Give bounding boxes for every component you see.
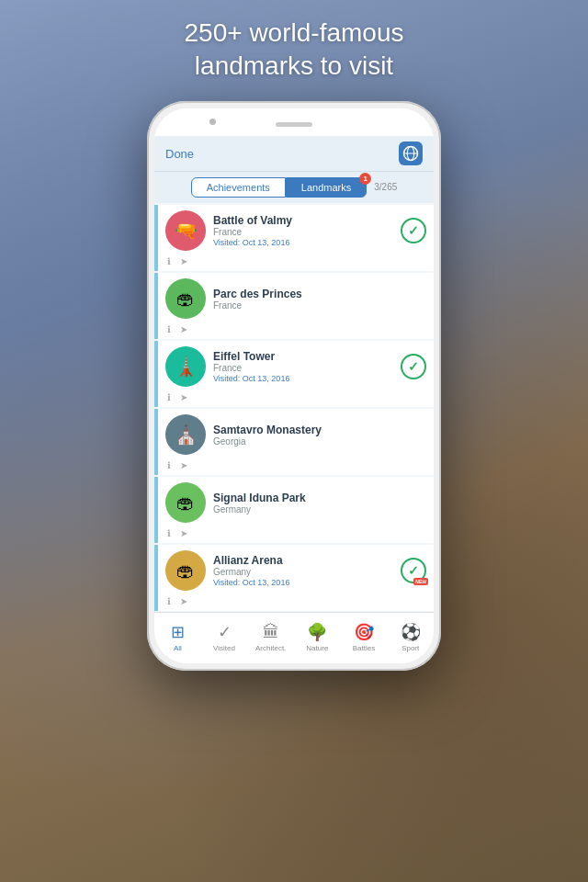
phone-status-bar (154, 108, 434, 136)
tab-icon-3: 🌳 (307, 622, 327, 642)
headline-line2: landmarks to visit (0, 50, 588, 83)
landmark-main-row: ⛪ Samtavro Monastery Georgia (158, 409, 434, 458)
info-icon[interactable]: ℹ (167, 256, 171, 266)
tab-achievements[interactable]: Achievements (191, 177, 286, 198)
count-label: 3/265 (367, 182, 397, 192)
tab-label-2: Architect. (255, 644, 286, 652)
landmark-name: Signal Iduna Park (213, 492, 393, 504)
landmark-actions: ℹ ➤ (158, 322, 434, 339)
landmark-item[interactable]: 🗼 Eiffel Tower France Visited: Oct 13, 2… (154, 341, 434, 407)
landmark-info: Signal Iduna Park Germany (213, 492, 393, 514)
navigate-icon[interactable]: ➤ (180, 528, 187, 538)
landmark-item[interactable]: 🔫 Battle of Valmy France Visited: Oct 13… (154, 205, 434, 271)
landmark-main-row: 🔫 Battle of Valmy France Visited: Oct 13… (158, 205, 434, 254)
landmark-main-row: 🏟 Signal Iduna Park Germany (158, 477, 434, 526)
bottom-tab-bar: ⊞ All ✓ Visited 🏛 Architect. 🌳 Nature 🎯 … (154, 612, 434, 663)
landmark-item[interactable]: 🏟 Parc des Princes France ℹ ➤ (154, 273, 434, 339)
tab-label-0: All (174, 644, 182, 652)
landmark-main-row: 🗼 Eiffel Tower France Visited: Oct 13, 2… (158, 341, 434, 390)
landmark-country: France (213, 363, 393, 373)
landmark-avatar: ⛪ (165, 414, 206, 455)
visited-date: Visited: Oct 13, 2016 (213, 578, 393, 587)
landmark-avatar: 🏟 (165, 482, 206, 523)
landmark-main-row: 🏟 Parc des Princes France (158, 273, 434, 322)
landmark-name: Parc des Princes (213, 288, 393, 300)
landmark-country: Germany (213, 504, 393, 514)
tab-label-3: Nature (306, 644, 328, 652)
bottom-tab-visited[interactable]: ✓ Visited (201, 622, 248, 652)
landmark-actions: ℹ ➤ (158, 526, 434, 543)
visited-date: Visited: Oct 13, 2016 (213, 374, 393, 383)
tab-icon-5: ⚽ (401, 622, 421, 642)
bottom-tab-all[interactable]: ⊞ All (154, 622, 201, 652)
tab-icon-0: ⊞ (171, 622, 185, 642)
landmark-info: Parc des Princes France (213, 288, 393, 311)
landmark-country: Georgia (213, 436, 393, 447)
navigate-icon[interactable]: ➤ (180, 596, 187, 606)
check-placeholder (401, 422, 426, 447)
done-button[interactable]: Done (165, 147, 194, 161)
landmark-item[interactable]: 🏟 Allianz Arena Germany Visited: Oct 13,… (154, 545, 434, 611)
check-circle (401, 218, 426, 243)
landmark-info: Allianz Arena Germany Visited: Oct 13, 2… (213, 554, 393, 587)
nav-bar: Done (154, 136, 434, 172)
tab-label-5: Sport (401, 644, 419, 652)
landmark-info: Battle of Valmy France Visited: Oct 13, … (213, 214, 393, 247)
visited-date: Visited: Oct 13, 2016 (213, 238, 393, 247)
phone-frame: Done Achievements Landmarks 1 (147, 101, 441, 671)
tab-segment: Achievements Landmarks 1 (191, 172, 368, 201)
landmark-actions: ℹ ➤ (158, 390, 434, 407)
info-icon[interactable]: ℹ (167, 596, 171, 606)
landmark-name: Battle of Valmy (213, 214, 393, 227)
tab-icon-4: 🎯 (354, 622, 374, 642)
phone-speaker (276, 122, 312, 127)
landmark-item[interactable]: ⛪ Samtavro Monastery Georgia ℹ ➤ (154, 409, 434, 475)
landmark-avatar: 🏟 (165, 550, 206, 591)
headline-line1: 250+ world-famous (0, 17, 588, 50)
landmark-actions: ℹ ➤ (158, 254, 434, 271)
segment-row: Achievements Landmarks 1 3/265 (154, 172, 434, 203)
landmark-country: Germany (213, 567, 393, 577)
navigate-icon[interactable]: ➤ (180, 324, 187, 334)
check-circle (401, 354, 426, 379)
landmark-main-row: 🏟 Allianz Arena Germany Visited: Oct 13,… (158, 545, 434, 594)
landmark-country: France (213, 300, 393, 311)
phone-camera (209, 119, 216, 125)
landmark-list: 🔫 Battle of Valmy France Visited: Oct 13… (154, 203, 434, 612)
landmark-item[interactable]: 🏟 Signal Iduna Park Germany ℹ ➤ (154, 477, 434, 543)
globe-icon (402, 145, 419, 162)
bottom-tab-architect[interactable]: 🏛 Architect. (247, 623, 294, 652)
landmark-country: France (213, 227, 393, 237)
landmark-info: Samtavro Monastery Georgia (213, 424, 393, 447)
check-placeholder (401, 490, 426, 515)
info-icon[interactable]: ℹ (167, 392, 171, 402)
info-icon[interactable]: ℹ (167, 460, 171, 470)
info-icon[interactable]: ℹ (167, 324, 171, 334)
landmark-avatar: 🗼 (165, 346, 206, 387)
check-mark (401, 218, 426, 243)
landmark-info: Eiffel Tower France Visited: Oct 13, 201… (213, 350, 393, 383)
bottom-tab-sport[interactable]: ⚽ Sport (387, 622, 434, 652)
landmark-actions: ℹ ➤ (158, 594, 434, 611)
check-circle (401, 558, 426, 583)
check-mark (401, 558, 426, 583)
landmark-avatar: 🔫 (165, 210, 206, 251)
bottom-tab-nature[interactable]: 🌳 Nature (294, 622, 341, 652)
tab-landmarks[interactable]: Landmarks 1 (286, 177, 367, 198)
check-mark (401, 354, 426, 379)
landmark-actions: ℹ ➤ (158, 458, 434, 475)
navigate-icon[interactable]: ➤ (180, 392, 187, 402)
navigate-icon[interactable]: ➤ (180, 256, 187, 266)
tab-label-1: Visited (213, 644, 235, 652)
navigate-icon[interactable]: ➤ (180, 460, 187, 470)
landmark-name: Samtavro Monastery (213, 424, 393, 436)
landmark-avatar: 🏟 (165, 278, 206, 319)
info-icon[interactable]: ℹ (167, 528, 171, 538)
check-placeholder (401, 286, 426, 311)
bottom-tab-battles[interactable]: 🎯 Battles (341, 622, 388, 652)
tab-icon-1: ✓ (218, 622, 232, 642)
tab-label-4: Battles (353, 644, 375, 652)
phone-screen: Done Achievements Landmarks 1 (154, 108, 434, 663)
tab-icon-2: 🏛 (263, 623, 279, 642)
headline: 250+ world-famous landmarks to visit (0, 17, 588, 84)
